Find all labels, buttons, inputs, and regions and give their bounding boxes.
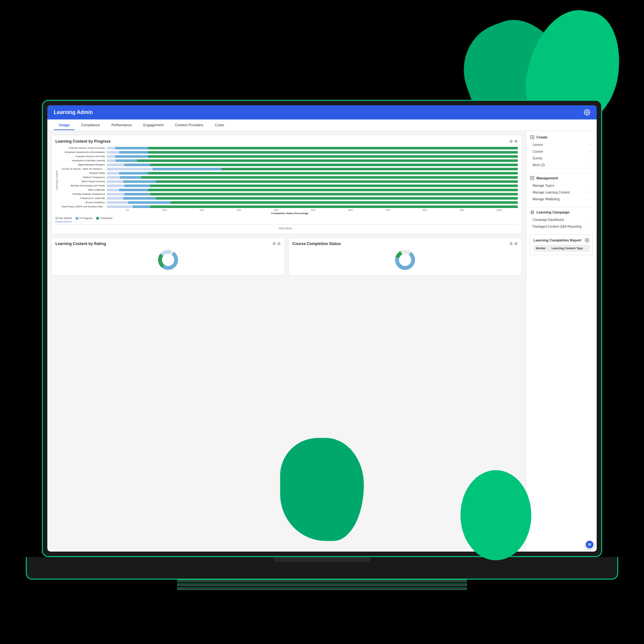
bar-row: Radical Transparency xyxy=(62,175,518,179)
count-value: 100.0% xyxy=(63,220,72,223)
bar-in-progress xyxy=(115,147,148,149)
x-axis-title: Completion Status Percentage xyxy=(62,212,518,215)
report-settings-icon[interactable] xyxy=(585,238,589,242)
x-axis: 0% 10% 20% 30% 40% 50% 60% 70% 80% 90% xyxy=(109,209,518,211)
view-more-link[interactable]: View More ... xyxy=(55,224,518,230)
sidebar-item-survey[interactable]: Survey › xyxy=(530,155,593,162)
tab-performance[interactable]: Performance xyxy=(106,120,137,130)
bar-chart: Learning Content Customer Service: A Key… xyxy=(55,146,518,215)
bar-label: Customer Service in the Field xyxy=(62,155,107,157)
bar-not-started xyxy=(107,189,119,191)
lesson-label: Lesson xyxy=(533,143,543,147)
sidebar-item-lesson[interactable]: Lesson › xyxy=(530,141,593,148)
legend-label-in-progress: In Progress xyxy=(79,217,92,220)
report-header: Learning Completion Report xyxy=(534,238,589,242)
bar-not-started xyxy=(107,180,123,183)
sidebar-item-campaign-dashboard[interactable]: Campaign Dashboard › xyxy=(530,216,593,223)
bar-track xyxy=(107,185,518,187)
sidebar-item-course[interactable]: Course › xyxy=(530,148,593,155)
rating-chart-card: Learning Content by Rating ⚙ ⚙ xyxy=(51,237,285,275)
campaign-header-label: Learning Campaign xyxy=(536,210,570,214)
tab-usage[interactable]: Usage xyxy=(54,120,75,130)
bar-row: Workday Originals: Engagement xyxy=(62,192,518,196)
bar-completed xyxy=(141,176,518,179)
sidebar-item-manage-topics[interactable]: Manage Topics › xyxy=(530,182,593,189)
tab-content-providers[interactable]: Content Providers xyxy=(170,120,209,130)
laptop-stand xyxy=(177,580,467,599)
tab-costs[interactable]: Costs xyxy=(210,120,229,130)
bottom-charts: Learning Content by Rating ⚙ ⚙ xyxy=(51,237,522,275)
bar-not-started xyxy=(107,185,124,187)
stand-line-1 xyxy=(177,580,467,582)
rating-chart-icons: ⚙ ⚙ xyxy=(272,241,281,246)
bar-row: Workplace Harassment & Discrimination xyxy=(62,150,518,154)
chart-toolbar: ⚙ ⚙ xyxy=(509,139,518,144)
bar-track xyxy=(107,159,518,162)
legend-in-progress: In Progress xyxy=(76,217,92,220)
bar-completed xyxy=(150,164,518,166)
sidebar-item-more[interactable]: More (2) › xyxy=(530,162,593,168)
rating-chart-title: Learning Content by Rating xyxy=(55,241,106,246)
sidebar-management-header: Management xyxy=(530,176,593,180)
campaign-dashboard-label: Campaign Dashboard xyxy=(533,218,564,222)
campaign-dashboard-chevron: › xyxy=(589,218,590,221)
bar-in-progress xyxy=(120,176,141,179)
svg-point-0 xyxy=(586,112,588,113)
bar-in-progress xyxy=(124,164,150,166)
filter-icon[interactable]: ⚙ xyxy=(509,139,513,144)
bar-not-started xyxy=(107,159,116,162)
completion-donut xyxy=(292,249,518,271)
legend-dot-completed xyxy=(96,217,99,220)
bar-not-started xyxy=(107,168,153,170)
bar-not-started xyxy=(107,164,124,166)
bar-rows: Customer Service: A Key to Success Workp… xyxy=(62,146,518,208)
tab-engagement[interactable]: Engagement xyxy=(138,120,168,130)
sidebar-item-manage-learning-content[interactable]: Manage Learning Content › xyxy=(530,189,593,196)
rating-donut xyxy=(55,249,281,271)
sidebar-campaign-header: Learning Campaign xyxy=(530,210,593,214)
bar-in-progress xyxy=(153,168,221,170)
lesson-chevron: › xyxy=(589,143,590,146)
completion-chart-card: Course Completion Status ⚙ ⚙ xyxy=(288,237,522,275)
packaged-content-chevron: › xyxy=(589,225,590,228)
bar-not-started xyxy=(107,193,124,195)
chart-header: Learning Content by Progress ⚙ ⚙ xyxy=(55,139,518,144)
bar-track xyxy=(107,172,518,175)
tab-compliance[interactable]: Compliance xyxy=(76,120,105,130)
bar-label: Annual Compliance xyxy=(62,201,107,204)
bar-completed xyxy=(221,168,518,170)
bar-label: Workplace Harassment & Discrimination xyxy=(62,151,107,153)
bar-track xyxy=(107,197,518,200)
bar-label: Big Data Technologies and Trends xyxy=(62,185,107,187)
campaign-icon xyxy=(530,210,535,214)
bar-completed xyxy=(148,189,518,191)
filter-icon-3[interactable]: ⚙ xyxy=(509,241,513,246)
sidebar-item-manage-waitlisting[interactable]: Manage Waitlisting › xyxy=(530,196,593,203)
bar-not-started xyxy=(107,151,119,154)
bar-track xyxy=(107,168,518,170)
manage-topics-chevron: › xyxy=(589,184,590,187)
settings-icon[interactable] xyxy=(584,109,590,116)
bar-completed xyxy=(148,172,518,175)
settings-icon-2[interactable]: ⚙ xyxy=(277,241,281,246)
sidebar-create-header: Create xyxy=(530,135,593,139)
settings-chart-icon[interactable]: ⚙ xyxy=(514,139,518,144)
management-icon xyxy=(530,176,535,180)
sidebar-item-packaged-content[interactable]: Packaged Content Q&A Reporting › xyxy=(530,223,593,230)
settings-icon-3[interactable]: ⚙ xyxy=(514,241,518,246)
manage-learning-content-chevron: › xyxy=(589,191,590,194)
bar-track xyxy=(107,189,518,191)
completion-chart-icons: ⚙ ⚙ xyxy=(509,241,518,246)
legend-completed: Completed xyxy=(96,217,112,220)
bar-label: GMS Product Overview xyxy=(62,180,107,183)
bar-completed xyxy=(148,151,518,154)
report-title: Learning Completion Report xyxy=(534,238,582,242)
workday-avatar[interactable]: W xyxy=(585,540,594,549)
right-sidebar: Create Lesson › Course › Survey › xyxy=(526,131,597,552)
legend-dot-not-started xyxy=(55,217,58,220)
bar-completed xyxy=(150,193,518,195)
svg-point-16 xyxy=(586,240,588,241)
filter-icon-2[interactable]: ⚙ xyxy=(272,241,276,246)
bar-in-progress xyxy=(124,193,150,195)
bar-label: Data Privacy, GDPR, and Sensitive Data a… xyxy=(62,205,107,208)
